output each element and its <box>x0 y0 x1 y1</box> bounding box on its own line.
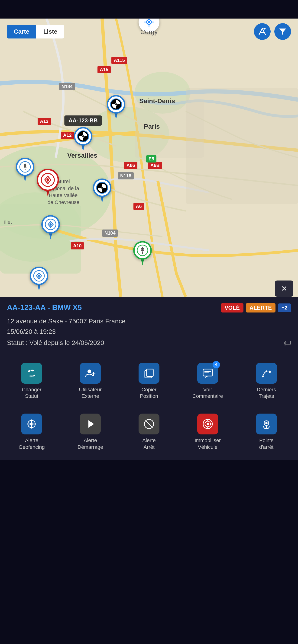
road-a6b: A6B <box>148 162 162 169</box>
trajets-icon-wrap <box>256 363 277 384</box>
pin-tail-2 <box>82 145 85 152</box>
filter-button[interactable] <box>274 23 291 40</box>
geofencing-icon-wrap <box>21 414 42 434</box>
close-button[interactable]: ✕ <box>275 280 293 297</box>
road-e5: E5 <box>146 155 156 162</box>
pin-peugeot-left[interactable] <box>16 158 34 182</box>
vehicle-address: 12 avenue de Saxe - 75007 Paris France <box>7 316 291 327</box>
svg-rect-5 <box>0 204 81 274</box>
arret-icon <box>143 418 155 430</box>
info-panel: ✕ AA-123-AA - BMW X5 VOLÉ ALERTE +2 12 a… <box>0 297 298 460</box>
pin-renault-3[interactable] <box>30 266 48 291</box>
svg-marker-39 <box>141 259 144 266</box>
road-n118: N118 <box>118 172 134 180</box>
peugeot-logo-1 <box>19 161 31 173</box>
bmw-logo-2 <box>77 130 89 142</box>
text-size-button[interactable] <box>254 23 271 40</box>
points-arret-icon <box>261 418 272 430</box>
action-points-arret[interactable]: Pointsd'arrêt <box>237 409 296 455</box>
action-alerte-geofencing[interactable]: AlerteGeofencing <box>2 409 61 455</box>
pin-renault-red[interactable] <box>37 169 59 197</box>
immobiliser-label: ImmobiliserVéhicule <box>195 437 221 450</box>
renault-logo-3 <box>33 270 45 282</box>
road-a13: A13 <box>38 118 51 125</box>
bmw-logo-3 <box>96 182 108 194</box>
action-alerte-demarrage[interactable]: AlerteDémarrage <box>61 409 120 455</box>
pin-tail-1 <box>114 113 118 120</box>
changer-statut-icon <box>26 368 37 379</box>
road-a15: A15 <box>98 66 111 73</box>
action-derniers-trajets[interactable]: DerniersTrajets <box>237 358 296 404</box>
road-n104: N104 <box>102 230 118 237</box>
action-alerte-arret[interactable]: AlerteArrêt <box>120 409 178 455</box>
pin-renault-blue[interactable] <box>41 215 60 240</box>
pin-tail-peugeot-green <box>141 259 144 266</box>
commentaire-label: VoirCommentaire <box>192 386 223 400</box>
pin-label-aa123bb: AA-123-BB <box>64 116 102 126</box>
geofencing-label: AlerteGeofencing <box>19 437 45 450</box>
pin-tail-renault-red <box>46 190 50 197</box>
arret-label: AlerteArrêt <box>142 437 155 450</box>
copier-icon <box>143 368 155 379</box>
pin-bmw-3[interactable] <box>93 178 111 203</box>
action-copier-position[interactable]: CopierPosition <box>120 358 178 404</box>
tab-carte[interactable]: Carte <box>7 25 36 38</box>
badge-vole: VOLÉ <box>221 303 243 312</box>
badge-alerte: ALERTE <box>246 303 275 312</box>
svg-marker-27 <box>82 145 85 152</box>
tag-icon: 🏷 <box>283 337 291 349</box>
tab-liste[interactable]: Liste <box>36 25 64 38</box>
top-right-buttons <box>254 23 291 40</box>
demarrage-icon <box>85 418 96 430</box>
pin-bmw-neuilly[interactable] <box>107 95 125 120</box>
svg-marker-41 <box>37 284 41 291</box>
pin-peugeot-green[interactable] <box>133 241 152 266</box>
road-a86: A86 <box>124 162 137 169</box>
place-saint-denis: Saint-Denis <box>139 97 175 105</box>
road-a12: A12 <box>61 132 74 139</box>
action-immobiliser[interactable]: ImmobiliserVéhicule <box>178 409 237 455</box>
utilisateur-icon <box>85 368 96 379</box>
action-utilisateur-externe[interactable]: UtilisateurExterne <box>61 358 120 404</box>
place-paris: Paris <box>144 123 160 130</box>
road-a115: A115 <box>111 57 127 64</box>
filter-icon <box>279 28 287 36</box>
copier-label: CopierPosition <box>140 386 158 400</box>
action-changer-statut[interactable]: ChangerStatut <box>2 358 61 404</box>
location-icon <box>144 18 154 27</box>
peugeot-logo-green <box>136 244 149 256</box>
place-versailles: Versailles <box>67 152 97 159</box>
svg-marker-35 <box>101 196 104 203</box>
tab-group: Carte Liste <box>7 25 64 38</box>
svg-point-63 <box>207 423 209 425</box>
svg-point-69 <box>265 422 267 424</box>
actions-grid: ChangerStatut UtilisateurExterne <box>0 354 298 409</box>
svg-marker-23 <box>114 113 118 120</box>
pin-tail-renault-blue <box>49 233 52 240</box>
geofencing-icon <box>26 418 37 430</box>
trajets-icon <box>261 368 272 379</box>
svg-point-52 <box>262 376 264 378</box>
trajets-label: DerniersTrajets <box>257 386 276 400</box>
pin-bmw-versailles[interactable]: AA-123-BB <box>74 127 92 152</box>
pin-tail-bmw-3 <box>101 196 104 203</box>
commentaire-icon-wrap: 4 <box>197 363 218 384</box>
points-arret-icon-wrap <box>256 414 277 434</box>
close-button-area: ✕ <box>275 280 293 297</box>
action-voir-commentaire[interactable]: 4 VoirCommentaire <box>178 358 237 404</box>
svg-marker-29 <box>24 176 27 182</box>
city-label: Cergy <box>140 28 158 36</box>
bmw-logo-1 <box>110 98 122 110</box>
svg-point-34 <box>101 186 103 189</box>
vehicle-datetime: 15/06/20 à 19:23 <box>7 327 291 337</box>
vehicle-statut-text: Statut : Volé depuis le 24/05/2020 <box>7 338 104 348</box>
vehicle-header: AA-123-AA - BMW X5 VOLÉ ALERTE +2 <box>0 297 298 316</box>
badge-plus2: +2 <box>278 304 291 312</box>
changer-statut-label: ChangerStatut <box>22 386 41 400</box>
commentaire-icon <box>202 368 213 379</box>
svg-line-15 <box>262 28 265 35</box>
arret-icon-wrap <box>139 414 159 434</box>
renault-logo-blue <box>45 218 57 230</box>
top-bar: Carte Liste Cergy <box>0 23 298 40</box>
map-container: Carte Liste Cergy Saint- <box>0 18 298 297</box>
